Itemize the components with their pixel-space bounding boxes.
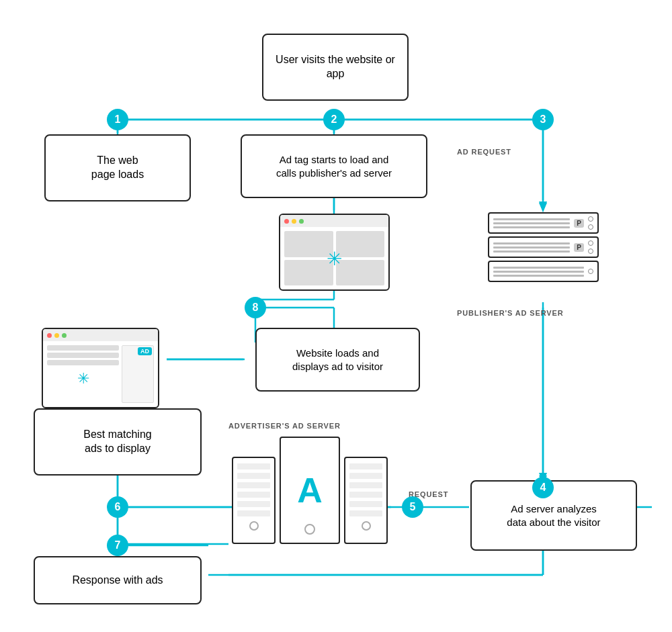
step-7-badge: 7 — [107, 535, 128, 556]
server-line — [493, 218, 570, 220]
browser-dot-green — [299, 219, 304, 224]
adv-server-right — [344, 457, 388, 544]
browser-bar — [280, 215, 388, 227]
server-lines-1 — [493, 218, 570, 228]
server-line — [493, 242, 570, 244]
adv-block — [237, 501, 270, 507]
adv-block — [349, 482, 382, 488]
server-line — [493, 246, 570, 249]
browser-content-block — [47, 345, 119, 351]
ad-tag-label: Ad tag starts to load and calls publishe… — [276, 153, 392, 179]
adv-block — [237, 473, 270, 479]
browser-dot-red — [284, 219, 289, 224]
server-dot — [588, 269, 593, 274]
adv-circle-bottom — [304, 524, 315, 535]
step-8-badge: 8 — [245, 297, 266, 318]
server-dot — [588, 240, 593, 246]
svg-line-31 — [165, 308, 245, 359]
browser-block — [336, 231, 385, 257]
adv-block — [237, 463, 270, 469]
publishers-ad-server-label: PUBLISHER'S AD SERVER — [457, 309, 564, 317]
svg-marker-26 — [539, 203, 547, 212]
adv-block — [237, 510, 270, 516]
server-line — [493, 222, 570, 224]
user-visits-label: User visits the website or app — [273, 53, 398, 81]
step-2-badge: 2 — [323, 109, 345, 130]
server-dots-3 — [588, 269, 593, 274]
adv-server-letter: A — [297, 470, 323, 510]
server-lines-2 — [493, 242, 570, 253]
adv-block — [349, 492, 382, 498]
response-with-ads-label: Response with ads — [72, 574, 163, 588]
ad-tag-box: Ad tag starts to load and calls publishe… — [241, 134, 427, 198]
advertisers-server-text: ADVERTISER'S AD SERVER — [228, 422, 341, 430]
user-visits-box: User visits the website or app — [262, 34, 409, 101]
website-loads-box: Website loads and displays ad to visitor — [255, 328, 420, 392]
web-page-loads-label: The web page loads — [91, 154, 144, 182]
website-loads-label: Website loads and displays ad to visitor — [292, 347, 383, 373]
browser-dot-yellow — [292, 219, 296, 224]
step-2-number: 2 — [331, 114, 337, 126]
adv-block — [237, 482, 270, 488]
ad-badge: AD — [138, 347, 152, 355]
server-badge-p2: P — [574, 243, 584, 252]
ad-request-text: AD REQUEST — [457, 148, 511, 156]
server-badge-p1: P — [574, 219, 584, 228]
server-dot — [588, 224, 593, 230]
browser-content-block — [47, 360, 119, 365]
adv-block — [349, 501, 382, 507]
publishers-server-text: PUBLISHER'S AD SERVER — [457, 309, 564, 317]
ad-display-browser-icon: ✳ AD — [42, 328, 159, 408]
adv-block — [349, 473, 382, 479]
best-matching-box: Best matching ads to display — [34, 408, 202, 476]
browser-block — [336, 260, 385, 286]
svg-marker-4 — [539, 201, 547, 212]
adv-block — [237, 492, 270, 498]
adv-block — [349, 510, 382, 516]
ad-request-label: AD REQUEST — [457, 148, 511, 156]
browser-dot — [47, 333, 52, 338]
step-6-badge: 6 — [107, 496, 128, 518]
step-5-number: 5 — [410, 501, 416, 513]
advertiser-server-group: A — [232, 437, 388, 544]
server-line — [493, 271, 584, 273]
response-with-ads-box: Response with ads — [34, 556, 202, 604]
step-3-number: 3 — [540, 114, 546, 126]
server-line — [493, 226, 570, 228]
adv-block — [349, 463, 382, 469]
diagram: User visits the website or app 1 The web… — [0, 0, 672, 632]
browser-content-block — [47, 353, 119, 358]
server-line — [493, 275, 584, 277]
adv-server-left — [232, 457, 276, 544]
server-unit-2: P — [488, 236, 599, 258]
step-4-badge: 4 — [532, 477, 554, 498]
server-dot — [588, 249, 593, 254]
browser-dot — [54, 333, 59, 338]
ad-server-analyzes-label: Ad server analyzes data about the visito… — [507, 502, 600, 529]
ad-server-analyzes-box: Ad server analyzes data about the visito… — [470, 480, 637, 551]
step-5-badge: 5 — [402, 496, 423, 518]
step-3-badge: 3 — [532, 109, 554, 130]
server-lines-3 — [493, 267, 584, 277]
adv-circle — [362, 521, 371, 531]
advertisers-ad-server-label: ADVERTISER'S AD SERVER — [228, 422, 341, 430]
step-6-number: 6 — [115, 501, 121, 513]
server-dots-1 — [588, 216, 593, 230]
server-line — [493, 251, 570, 253]
browser-dot — [62, 333, 67, 338]
server-dot — [588, 216, 593, 222]
step-1-number: 1 — [115, 114, 121, 126]
best-matching-label: Best matching ads to display — [83, 428, 151, 456]
step-8-number: 8 — [253, 302, 259, 314]
step-1-badge: 1 — [107, 109, 128, 130]
loading-spinner: ✳ — [327, 247, 342, 269]
step-4-number: 4 — [540, 482, 546, 494]
server-unit-3 — [488, 261, 599, 282]
step-7-number: 7 — [115, 539, 121, 551]
browser-bar-2 — [43, 329, 158, 341]
adv-circle — [249, 521, 259, 531]
ad-tag-browser-icon: ✳ — [279, 214, 390, 291]
server-dots-2 — [588, 240, 593, 254]
adv-server-center: A — [280, 437, 340, 544]
browser-block — [284, 260, 333, 286]
